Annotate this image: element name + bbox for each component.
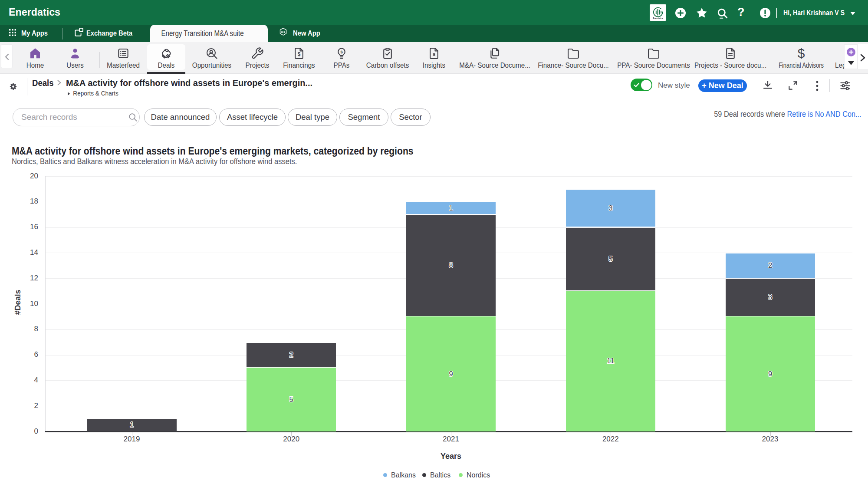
svg-text:Enerdatics: Enerdatics	[653, 17, 663, 20]
svg-text:s: s	[433, 51, 436, 57]
svg-text:$: $	[340, 50, 343, 54]
